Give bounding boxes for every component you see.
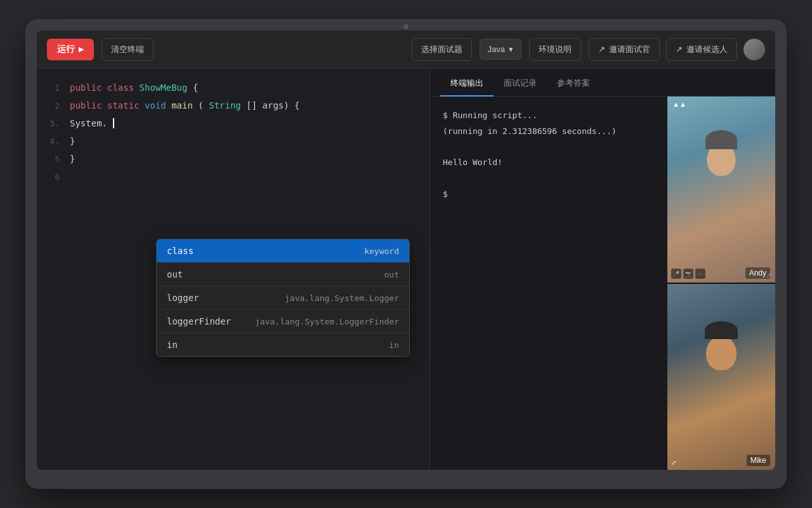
cursor — [113, 118, 114, 128]
autocomplete-item-name-class: class — [167, 246, 193, 256]
avatar[interactable] — [743, 39, 765, 60]
autocomplete-item-in[interactable]: in in — [157, 333, 409, 356]
main-content: 1 public class ShowMeBug { 2 publi — [37, 69, 775, 470]
tab-record[interactable]: 面试记录 — [494, 71, 547, 97]
terminal-line-empty2 — [443, 172, 655, 185]
laptop-frame: 运行 清空终端 选择面试题 Java ▾ 环境说明 ↗ 邀请面试官 ↗ 邀请候选… — [25, 19, 787, 489]
autocomplete-item-type-class: keyword — [364, 246, 399, 256]
terminal-line-prompt: $ — [443, 188, 655, 201]
autocomplete-item-logger[interactable]: logger java.lang.System.Logger — [157, 286, 409, 310]
link-icon-2: ↗ — [676, 44, 683, 54]
autocomplete-item-type-in: in — [389, 340, 399, 350]
video-tile-mike: ⤢ Mike — [667, 284, 775, 470]
terminal-line-1: $ Running script... — [443, 109, 655, 123]
autocomplete-item-name-in: in — [167, 340, 178, 350]
toolbar-right: ↗ 邀请面试官 ↗ 邀请候选人 — [589, 38, 765, 61]
chevron-down-icon: ▾ — [509, 44, 513, 54]
right-panel: 终端输出 面试记录 参考答案 $ Running script... (runn… — [430, 69, 775, 470]
autocomplete-item-class[interactable]: class keyword — [157, 239, 409, 263]
laptop-screen: 运行 清空终端 选择面试题 Java ▾ 环境说明 ↗ 邀请面试官 ↗ 邀请候选… — [37, 30, 775, 470]
autocomplete-item-type-loggerfinder: java.lang.System.LoggerFinder — [255, 317, 399, 326]
link-icon: ↗ — [598, 44, 605, 54]
terminal-output: $ Running script... (running in 2.312386… — [430, 97, 667, 470]
select-question-button[interactable]: 选择面试题 — [412, 38, 472, 61]
language-label: Java — [488, 44, 505, 54]
autocomplete-item-name-loggerfinder: loggerFinder — [167, 316, 231, 326]
code-editor[interactable]: 1 public class ShowMeBug { 2 publi — [37, 69, 430, 470]
invite-interviewer-button[interactable]: ↗ 邀请面试官 — [589, 38, 660, 61]
terminal-line-2: (running in 2.312386596 seconds...) — [443, 125, 655, 138]
autocomplete-item-name-out: out — [167, 269, 183, 279]
code-line-2: 2 public static void main ( String [] ar… — [37, 97, 429, 114]
autocomplete-item-type-out: out — [384, 270, 399, 279]
tab-reference[interactable]: 参考答案 — [547, 71, 600, 97]
video-controls-andy: 🎤 📷 ⋯ — [671, 269, 705, 279]
code-line-5: 5 } — [37, 150, 429, 168]
autocomplete-dropdown: class keyword out out logger java.lang.S… — [156, 239, 410, 357]
avatar-image — [743, 39, 765, 60]
wifi-icon-andy: ▲▲ — [672, 100, 686, 108]
camera-dot — [403, 24, 409, 29]
code-line-1: 1 public class ShowMeBug { — [37, 79, 429, 97]
video-name-andy: Andy — [745, 267, 770, 279]
code-line-4: 4. } — [37, 132, 429, 150]
invite-candidate-button[interactable]: ↗ 邀请候选人 — [666, 38, 737, 61]
env-button[interactable]: 环境说明 — [529, 38, 581, 61]
tab-terminal[interactable]: 终端输出 — [440, 71, 494, 97]
terminal-line-hello: Hello World! — [443, 156, 655, 170]
terminal-line-empty — [443, 141, 655, 154]
clear-button[interactable]: 清空终端 — [102, 38, 154, 61]
language-selector[interactable]: Java ▾ — [480, 39, 521, 60]
autocomplete-item-out[interactable]: out out — [157, 263, 409, 286]
video-name-mike: Mike — [747, 455, 770, 466]
expand-icon-mike: ⤢ — [671, 459, 676, 466]
autocomplete-item-type-logger: java.lang.System.Logger — [285, 293, 399, 303]
panel-tabs: 终端输出 面试记录 参考答案 — [430, 69, 775, 97]
video-panel: ▲▲ 🎤 📷 ⋯ ⤢ Andy — [667, 97, 775, 470]
code-line-3: 3. System. — [37, 114, 429, 132]
autocomplete-item-name-logger: logger — [167, 293, 199, 303]
autocomplete-item-loggerfinder[interactable]: loggerFinder java.lang.System.LoggerFind… — [157, 310, 409, 333]
toolbar: 运行 清空终端 选择面试题 Java ▾ 环境说明 ↗ 邀请面试官 ↗ 邀请候选… — [37, 30, 775, 69]
run-button[interactable]: 运行 — [47, 39, 94, 60]
video-tile-andy: ▲▲ 🎤 📷 ⋯ ⤢ Andy — [667, 97, 775, 283]
code-line-6: 6 — [37, 168, 429, 185]
